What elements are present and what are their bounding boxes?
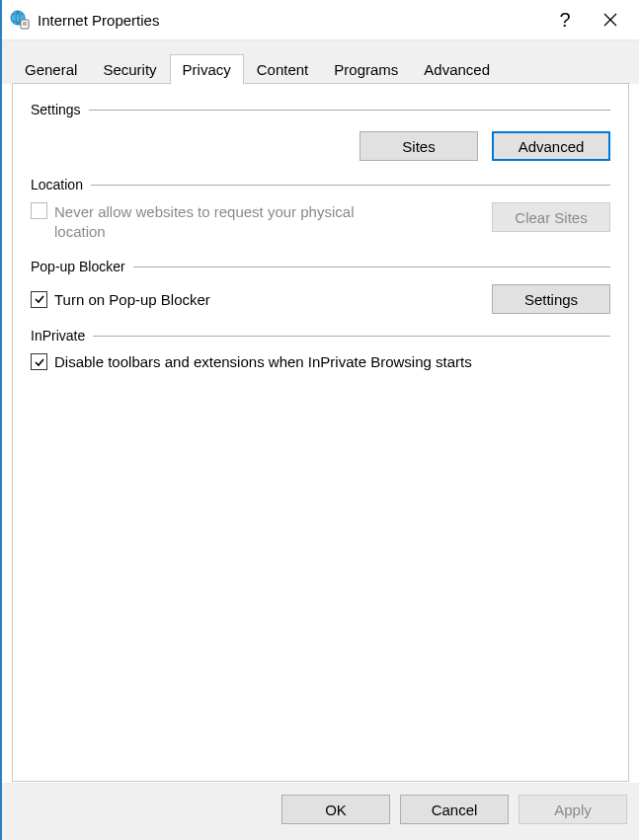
divider (91, 185, 610, 186)
dialog-footer: OK Cancel Apply (2, 783, 639, 840)
tab-advanced[interactable]: Advanced (411, 54, 503, 84)
popup-label: Pop-up Blocker (31, 259, 125, 274)
close-button[interactable] (588, 4, 633, 36)
divider (93, 336, 610, 337)
cancel-button[interactable]: Cancel (400, 795, 509, 824)
divider (89, 110, 610, 111)
never-allow-location-checkbox (31, 202, 47, 219)
popup-settings-button[interactable]: Settings (492, 284, 610, 314)
settings-label: Settings (31, 102, 81, 117)
location-label: Location (31, 177, 83, 192)
popup-blocker-checkbox[interactable] (31, 291, 47, 308)
apply-button: Apply (519, 795, 627, 824)
titlebar: Internet Properties ? (2, 0, 639, 39)
tab-privacy[interactable]: Privacy (170, 54, 244, 85)
tab-general[interactable]: General (12, 54, 90, 84)
inprivate-disable-toolbars-checkbox[interactable] (31, 353, 47, 370)
privacy-panel: Settings Sites Advanced Location Never a… (12, 83, 629, 782)
location-checkbox-row: Never allow websites to request your phy… (31, 202, 386, 241)
tab-security[interactable]: Security (90, 54, 169, 84)
location-section-header: Location (31, 177, 610, 192)
help-button[interactable]: ? (542, 4, 588, 36)
never-allow-location-label: Never allow websites to request your phy… (54, 202, 386, 241)
inprivate-label: InPrivate (31, 328, 85, 344)
tab-content[interactable]: Content (244, 54, 322, 84)
sites-button[interactable]: Sites (359, 131, 478, 161)
inprivate-checkbox-row[interactable]: Disable toolbars and extensions when InP… (31, 353, 610, 370)
popup-section-header: Pop-up Blocker (31, 259, 610, 274)
settings-section-header: Settings (31, 102, 610, 117)
close-icon (603, 13, 617, 27)
window-title: Internet Properties (38, 12, 542, 29)
check-icon (34, 293, 45, 305)
inprivate-section-header: InPrivate (31, 328, 610, 344)
location-row: Never allow websites to request your phy… (31, 202, 610, 241)
ok-button[interactable]: OK (281, 795, 390, 824)
settings-buttons: Sites Advanced (31, 131, 610, 161)
internet-options-icon (10, 10, 30, 30)
popup-row: Turn on Pop-up Blocker Settings (31, 284, 610, 314)
tab-programs[interactable]: Programs (321, 54, 411, 84)
advanced-button[interactable]: Advanced (492, 131, 610, 161)
check-icon (34, 356, 45, 368)
popup-checkbox-row[interactable]: Turn on Pop-up Blocker (31, 291, 210, 308)
tabs: General Security Privacy Content Program… (12, 54, 629, 84)
divider (133, 267, 610, 267)
popup-blocker-label: Turn on Pop-up Blocker (54, 291, 210, 308)
inprivate-disable-toolbars-label: Disable toolbars and extensions when InP… (54, 353, 472, 370)
tabs-container: General Security Privacy Content Program… (2, 39, 639, 84)
clear-sites-button: Clear Sites (492, 202, 610, 232)
internet-properties-dialog: Internet Properties ? General Security P… (0, 0, 639, 840)
